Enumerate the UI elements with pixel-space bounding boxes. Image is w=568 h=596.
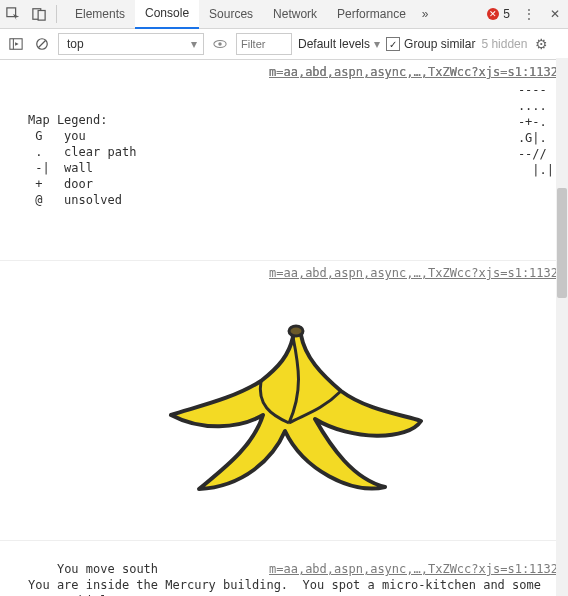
close-icon[interactable]: ✕ xyxy=(542,7,568,21)
tab-performance[interactable]: Performance xyxy=(327,0,416,28)
console-body: m=aa,abd,aspn,async,…,TxZWcc?xjs=s1:1132… xyxy=(0,60,568,596)
scrollbar[interactable] xyxy=(556,58,568,596)
tab-network[interactable]: Network xyxy=(263,0,327,28)
gear-icon[interactable]: ⚙ xyxy=(535,36,548,52)
checkbox-checked-icon: ✓ xyxy=(386,37,400,51)
context-selector[interactable]: top ▾ xyxy=(58,33,204,55)
svg-line-7 xyxy=(39,41,46,48)
banana-peel-image xyxy=(28,313,558,504)
source-link[interactable]: m=aa,abd,aspn,async,…,TxZWcc?xjs=s1:1132 xyxy=(269,64,558,80)
log-entry-move: m=aa,abd,aspn,async,…,TxZWcc?xjs=s1:1132… xyxy=(0,541,568,596)
inspect-element-icon[interactable] xyxy=(0,7,26,21)
group-similar-checkbox[interactable]: ✓ Group similar xyxy=(386,37,475,51)
divider xyxy=(56,5,57,23)
svg-point-10 xyxy=(289,326,303,336)
tab-sources[interactable]: Sources xyxy=(199,0,263,28)
group-similar-label: Group similar xyxy=(404,37,475,51)
hidden-count[interactable]: 5 hidden xyxy=(481,37,527,51)
source-link[interactable]: m=aa,abd,aspn,async,…,TxZWcc?xjs=s1:1132 xyxy=(269,265,558,281)
sidebar-toggle-icon[interactable] xyxy=(6,34,26,54)
context-value: top xyxy=(67,37,84,51)
map-legend-text: Map Legend: G you . clear path -| wall +… xyxy=(28,112,558,208)
log-entry-image: m=aa,abd,aspn,async,…,TxZWcc?xjs=s1:1132 xyxy=(0,261,568,541)
devtools-tabbar: Elements Console Sources Network Perform… xyxy=(0,0,568,29)
tabs: Elements Console Sources Network Perform… xyxy=(65,0,435,28)
filter-input[interactable] xyxy=(236,33,292,55)
source-link[interactable]: m=aa,abd,aspn,async,…,TxZWcc?xjs=s1:1132 xyxy=(269,561,558,577)
tab-elements[interactable]: Elements xyxy=(65,0,135,28)
clear-console-icon[interactable] xyxy=(32,34,52,54)
log-entry-legend: m=aa,abd,aspn,async,…,TxZWcc?xjs=s1:1132… xyxy=(0,60,568,261)
eye-icon[interactable] xyxy=(210,34,230,54)
console-toolbar: top ▾ Default levels ▾ ✓ Group similar 5… xyxy=(0,29,568,60)
svg-rect-2 xyxy=(38,11,45,21)
tabs-overflow-icon[interactable]: » xyxy=(416,0,435,28)
device-toolbar-icon[interactable] xyxy=(26,7,52,21)
error-dot-icon: ✕ xyxy=(487,8,499,20)
svg-marker-5 xyxy=(15,42,19,46)
levels-label: Default levels xyxy=(298,37,370,51)
map-art: ---- .... -+-. .G|. --// |.| xyxy=(518,82,554,178)
svg-point-9 xyxy=(218,42,222,46)
error-count[interactable]: ✕ 5 xyxy=(487,7,510,21)
scrollbar-thumb[interactable] xyxy=(557,188,567,298)
error-count-value: 5 xyxy=(503,7,510,21)
log-levels-selector[interactable]: Default levels ▾ xyxy=(298,37,380,51)
chevron-down-icon: ▾ xyxy=(191,37,197,51)
tab-console[interactable]: Console xyxy=(135,0,199,29)
kebab-menu-icon[interactable]: ⋮ xyxy=(516,7,542,21)
chevron-down-icon: ▾ xyxy=(374,37,380,51)
